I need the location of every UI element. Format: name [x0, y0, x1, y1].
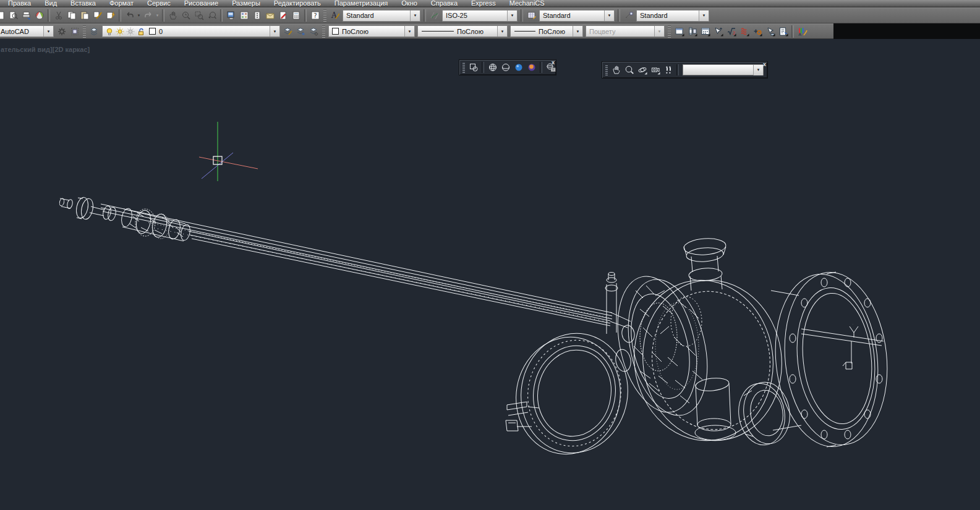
- m-window-button[interactable]: [673, 25, 686, 38]
- cut-button[interactable]: [52, 9, 65, 22]
- chevron-down-icon[interactable]: ▼: [270, 26, 279, 36]
- visual-styles-toolbar[interactable]: x: [459, 59, 556, 75]
- ws-save-button[interactable]: [68, 25, 81, 38]
- color-combo[interactable]: ПоСлою ▼: [328, 25, 415, 37]
- find-button[interactable]: [7, 9, 20, 22]
- bulb-button[interactable]: [104, 27, 114, 36]
- redo-button[interactable]: [142, 9, 155, 22]
- calculator-button[interactable]: [289, 9, 302, 22]
- tablestyle-button[interactable]: [525, 9, 538, 22]
- chevron-down-icon[interactable]: ▼: [497, 26, 507, 36]
- lock-open-button[interactable]: [136, 27, 146, 36]
- toolbar-grip[interactable]: [462, 62, 465, 73]
- undo-button[interactable]: [123, 9, 136, 22]
- layer-prev-button[interactable]: [294, 25, 307, 38]
- nav-camera-button[interactable]: [649, 63, 662, 77]
- matchprop-button[interactable]: [91, 9, 104, 22]
- toolbar-grip[interactable]: [83, 25, 86, 38]
- dimstyle-button[interactable]: [428, 9, 441, 22]
- zoom-previous-button[interactable]: [205, 9, 218, 22]
- toolsync-button[interactable]: [104, 9, 117, 22]
- m-sqrt-button[interactable]: 2: [725, 25, 738, 38]
- nav-walk-button[interactable]: [662, 63, 675, 77]
- gear-button[interactable]: [55, 25, 68, 38]
- menu-item-правка[interactable]: Правка: [1, 0, 38, 7]
- doc-cut-button[interactable]: [0, 9, 7, 22]
- chevron-down-icon[interactable]: ▼: [507, 11, 517, 21]
- table-style-combo[interactable]: Standard ▼: [539, 10, 615, 22]
- m-doc-text-button[interactable]: [777, 25, 790, 38]
- 3d-navigation-toolbar[interactable]: ▼ x: [602, 61, 768, 79]
- menu-item-редактировать[interactable]: Редактировать: [267, 0, 328, 7]
- menu-item-параметризация[interactable]: Параметризация: [328, 0, 394, 7]
- toolbar-grip[interactable]: [323, 9, 326, 22]
- layer-current-button[interactable]: [281, 25, 294, 38]
- sun-freeze-button[interactable]: [126, 27, 135, 36]
- vs-3dwire-button[interactable]: [486, 61, 499, 74]
- publish-button[interactable]: [33, 9, 46, 22]
- vs-2dwire-button[interactable]: [467, 61, 480, 74]
- toolbar-grip[interactable]: [322, 25, 325, 38]
- toolpalettes-button[interactable]: [250, 9, 263, 22]
- layer-combo[interactable]: 0 ▼: [102, 25, 280, 37]
- menu-item-express[interactable]: Express: [464, 0, 503, 7]
- menu-item-сервис[interactable]: Сервис: [140, 0, 177, 7]
- properties-button[interactable]: [224, 9, 237, 22]
- vs-hidden-button[interactable]: [499, 61, 512, 74]
- menu-item-окно[interactable]: Окно: [394, 0, 424, 7]
- close-icon[interactable]: x: [552, 60, 555, 66]
- plot-button[interactable]: [20, 9, 33, 22]
- vs-conceptual-button[interactable]: [525, 61, 538, 74]
- help-button[interactable]: ?: [309, 9, 322, 22]
- pan-button[interactable]: [166, 9, 179, 22]
- nav-pan-button[interactable]: [610, 63, 623, 77]
- redo-flyout-button[interactable]: ▾: [155, 9, 160, 22]
- menu-item-mechanics[interactable]: MechaniCS: [503, 0, 552, 7]
- m-plus0-button[interactable]: [751, 25, 764, 38]
- chevron-down-icon[interactable]: ▼: [43, 26, 53, 36]
- markup-button[interactable]: [276, 9, 289, 22]
- close-icon[interactable]: x: [763, 62, 766, 67]
- model-space-canvas[interactable]: ательский вид][2D каркас]: [0, 39, 980, 510]
- chevron-down-icon[interactable]: ▼: [753, 65, 763, 75]
- mleader-style-combo[interactable]: Standard ▼: [636, 10, 709, 22]
- workspace-combo[interactable]: AutoCAD ▼: [0, 25, 54, 37]
- nav-zoom-button[interactable]: [623, 63, 636, 77]
- designcenter-button[interactable]: [237, 9, 250, 22]
- paste-button[interactable]: [78, 9, 91, 22]
- menu-item-вставка[interactable]: Вставка: [64, 0, 103, 7]
- vs-realistic-button[interactable]: [512, 61, 525, 74]
- menu-item-справка[interactable]: Справка: [424, 0, 464, 7]
- vs-manager-button[interactable]: [544, 61, 557, 74]
- nav-orbit-button[interactable]: [636, 63, 649, 77]
- chevron-down-icon[interactable]: ▼: [410, 11, 420, 21]
- zoom-window-button[interactable]: [192, 9, 205, 22]
- chevron-down-icon[interactable]: ▼: [404, 26, 414, 36]
- m-colorful-text-button[interactable]: A: [796, 25, 809, 38]
- chevron-down-icon[interactable]: ▼: [699, 11, 709, 21]
- sun-on-button[interactable]: [115, 27, 125, 36]
- sheetset-button[interactable]: [263, 9, 276, 22]
- mleaderstyle-button[interactable]: [622, 9, 635, 22]
- undo-flyout-button[interactable]: ▾: [136, 9, 142, 22]
- toolbar-grip[interactable]: [605, 64, 608, 75]
- m-waves-button[interactable]: [738, 25, 751, 38]
- lineweight-combo[interactable]: ПоСлою ▼: [510, 25, 583, 37]
- m-calendar-button[interactable]: [699, 25, 712, 38]
- m-cursor-move-button[interactable]: [712, 25, 725, 38]
- menu-item-размеры[interactable]: Размеры: [225, 0, 267, 7]
- text-style-combo[interactable]: Standard ▼: [343, 10, 420, 22]
- chevron-down-icon[interactable]: ▼: [604, 11, 614, 21]
- menu-item-формат[interactable]: Формат: [103, 0, 140, 7]
- textstyle-button[interactable]: A: [328, 9, 341, 22]
- copy-button[interactable]: [65, 9, 78, 22]
- menu-item-рисование[interactable]: Рисование: [177, 0, 225, 7]
- m-column-button[interactable]: [686, 25, 699, 38]
- layer-states-button[interactable]: [307, 25, 320, 38]
- linetype-combo[interactable]: ПоСлою ▼: [417, 25, 508, 37]
- toolbar-grip[interactable]: [668, 25, 671, 38]
- nav-combo[interactable]: ▼: [683, 64, 764, 75]
- zoom-realtime-button[interactable]: [179, 9, 192, 22]
- m-cursor2-button[interactable]: [764, 25, 777, 38]
- menu-item-вид[interactable]: Вид: [38, 0, 64, 7]
